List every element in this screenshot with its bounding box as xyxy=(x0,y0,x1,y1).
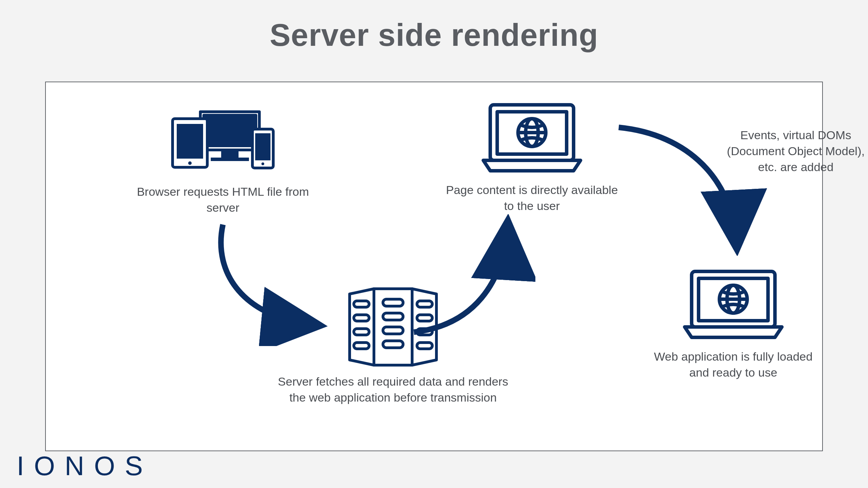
laptop-globe-icon xyxy=(469,98,594,176)
step-page-caption: Page content is directly available to th… xyxy=(442,182,622,214)
devices-icon xyxy=(162,105,284,178)
step-browser-caption: Browser requests HTML file from server xyxy=(136,184,310,216)
step-server-caption: Server fetches all required data and ren… xyxy=(272,374,515,406)
step-browser: Browser requests HTML file from server xyxy=(136,105,310,216)
laptop-globe-icon-2 xyxy=(671,264,796,343)
svg-rect-5 xyxy=(177,124,203,159)
svg-rect-2 xyxy=(221,150,239,158)
svg-point-9 xyxy=(261,162,264,165)
step-page: Page content is directly available to th… xyxy=(442,98,622,214)
diagram-canvas: Browser requests HTML file from server xyxy=(45,82,823,451)
svg-rect-3 xyxy=(211,158,249,161)
svg-point-6 xyxy=(188,161,192,165)
step-loaded-caption: Web application is fully loaded and read… xyxy=(643,349,824,381)
step-loaded: Web application is fully loaded and read… xyxy=(643,264,824,381)
svg-rect-1 xyxy=(204,115,256,146)
svg-rect-8 xyxy=(255,133,270,160)
arrow-server-to-page xyxy=(403,214,535,343)
brand-logo: IONOS xyxy=(17,450,152,482)
page-title: Server side rendering xyxy=(0,0,868,53)
arrow-label-events: Events, virtual DOMs (Document Object Mo… xyxy=(721,127,868,175)
